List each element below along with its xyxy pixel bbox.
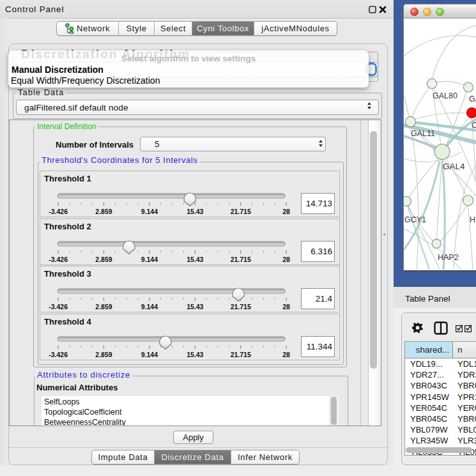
svg-text:HAP2: HAP2 (438, 253, 459, 262)
svg-text:9.144: 9.144 (141, 256, 158, 263)
svg-text:28: 28 (282, 351, 290, 358)
svg-text:-3.426: -3.426 (49, 351, 68, 358)
svg-text:-3.426: -3.426 (49, 256, 68, 263)
svg-text:C: C (472, 121, 476, 130)
svg-text:GAL80: GAL80 (433, 91, 457, 100)
svg-text:15.43: 15.43 (187, 208, 203, 215)
svg-text:21.715: 21.715 (231, 303, 251, 311)
svg-text:21.715: 21.715 (231, 256, 251, 263)
svg-text:21.715: 21.715 (231, 351, 251, 358)
svg-text:GCY1: GCY1 (404, 215, 426, 224)
svg-text:H: H (470, 215, 475, 224)
svg-text:28: 28 (282, 208, 290, 215)
svg-text:21.715: 21.715 (231, 208, 251, 215)
svg-text:28: 28 (282, 303, 290, 311)
svg-text:28: 28 (282, 256, 290, 263)
svg-text:9.144: 9.144 (141, 351, 158, 358)
svg-text:2.859: 2.859 (95, 256, 112, 263)
svg-text:9.144: 9.144 (141, 208, 158, 215)
svg-text:9.144: 9.144 (141, 303, 158, 311)
svg-text:2.859: 2.859 (95, 303, 112, 311)
svg-text:GA: GA (469, 95, 476, 104)
svg-text:-3.426: -3.426 (49, 303, 68, 311)
svg-text:2.859: 2.859 (95, 351, 112, 358)
svg-text:15.43: 15.43 (187, 256, 203, 263)
svg-text:GAL11: GAL11 (411, 129, 435, 138)
svg-text:15.43: 15.43 (187, 351, 203, 358)
svg-text:15.43: 15.43 (187, 303, 203, 311)
svg-text:GAL4: GAL4 (443, 162, 465, 171)
svg-text:2.859: 2.859 (95, 208, 112, 215)
svg-text:-3.426: -3.426 (49, 208, 68, 215)
